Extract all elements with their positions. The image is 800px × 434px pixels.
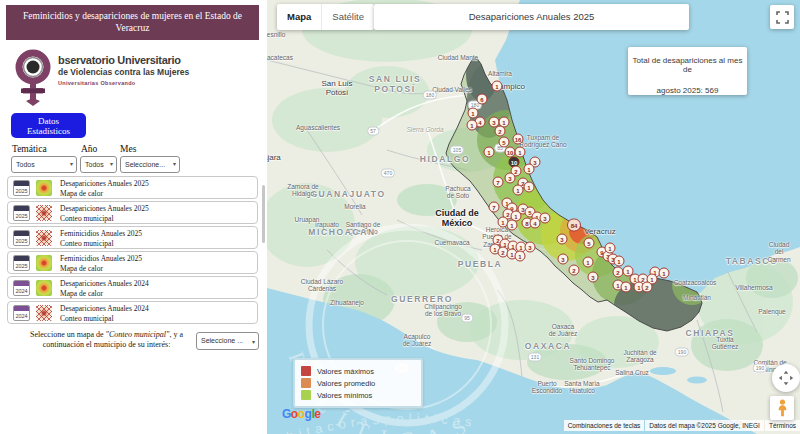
fullscreen-icon: [776, 11, 789, 24]
count-marker[interactable]: 3: [557, 234, 568, 245]
layer-year: 2024: [14, 311, 29, 321]
count-marker[interactable]: 16: [513, 134, 524, 145]
count-marker[interactable]: 2: [569, 265, 580, 276]
ano-select-value: Todos: [85, 161, 104, 168]
map-attribution: Combinaciones de teclas Datos del mapa ©…: [564, 420, 800, 431]
layer-subtitle: Conteo municipal: [60, 214, 149, 224]
chevron-down-icon: ▾: [252, 334, 255, 350]
legend-row: Valores máximos: [301, 365, 415, 377]
count-marker[interactable]: 1: [484, 147, 495, 158]
layer-subtitle: Conteo municipal: [60, 314, 149, 324]
count-marker[interactable]: 3: [540, 213, 551, 224]
map-type-map-button[interactable]: Mapa: [277, 4, 321, 30]
count-marker[interactable]: 3: [505, 173, 516, 184]
google-logo[interactable]: Google: [282, 407, 320, 421]
count-marker[interactable]: 1: [507, 220, 518, 231]
layer-text: Feminicidios Anuales 2025Mapa de calor: [60, 254, 142, 273]
count-marker[interactable]: 1: [515, 147, 526, 158]
layer-year: 2025: [14, 211, 29, 221]
note-em: "Conteo municipal": [106, 330, 170, 339]
count-marker[interactable]: 1: [659, 268, 670, 279]
map-legend: Valores máximosValores promedioValores m…: [293, 358, 423, 408]
count-marker[interactable]: 1: [583, 257, 594, 268]
legend-swatch: [301, 378, 311, 388]
ano-label: Año: [81, 144, 97, 154]
count-marker[interactable]: 1: [513, 185, 524, 196]
legend-label: Valores mínimos: [317, 391, 372, 400]
count-marker[interactable]: 1: [621, 282, 632, 293]
legend-row: Valores promedio: [301, 377, 415, 389]
count-marker[interactable]: 3: [588, 272, 599, 283]
fullscreen-button[interactable]: [770, 5, 794, 29]
calendar-icon: 2024: [13, 280, 30, 296]
map-canvas[interactable]: POLÍTICAS bitacoraspoliticas FresnilloZa…: [267, 0, 800, 434]
layer-row-1[interactable]: 2025Desapariciones Anuales 2025Mapa de c…: [7, 176, 258, 199]
calendar-icon: 2025: [13, 255, 30, 271]
count-marker[interactable]: 2: [642, 282, 653, 293]
map-type-satellite-button[interactable]: Satélite: [321, 4, 374, 30]
google-logo-letter: o: [298, 407, 305, 421]
tematica-select[interactable]: Todos ▾: [11, 156, 77, 173]
pan-control[interactable]: [772, 364, 800, 392]
total-line2: agosto 2025: 569: [628, 86, 747, 95]
calendar-icon: 2024: [13, 305, 30, 321]
keyboard-shortcuts-link[interactable]: Combinaciones de teclas: [564, 420, 645, 431]
count-marker[interactable]: 3: [525, 242, 536, 253]
count-marker[interactable]: 3: [558, 254, 569, 265]
count-marker[interactable]: 84: [567, 219, 581, 232]
count-marker[interactable]: 1: [605, 243, 616, 254]
mes-label: Mes: [120, 144, 136, 154]
total-infobox: Total de desapariciones al mes de agosto…: [628, 47, 747, 95]
heatmap-thumbnail-icon: [36, 255, 52, 271]
map-data-attribution: Datos del mapa ©2025 Google, INEGI: [645, 420, 764, 431]
count-marker[interactable]: 7: [493, 177, 504, 188]
layer-title: Desapariciones Anuales 2024: [60, 304, 149, 314]
layer-text: Desapariciones Anuales 2025Mapa de calor: [60, 179, 149, 198]
logo-line3: Universitarias Observando: [58, 80, 189, 86]
pegman-control[interactable]: [770, 396, 794, 420]
mes-select[interactable]: Seleccione... ▾: [120, 156, 180, 173]
google-logo-letter: G: [282, 407, 291, 421]
sidebar-scrollbar[interactable]: [262, 185, 265, 243]
logo-line1: bservatorio Universitario: [58, 54, 189, 66]
calendar-icon: 2025: [13, 230, 30, 246]
terms-link[interactable]: Términos: [765, 420, 800, 431]
page-title: Feminicidios y desapariciones de mujeres…: [6, 5, 259, 40]
count-marker[interactable]: 6: [477, 94, 488, 105]
layer-row-3[interactable]: 2025Feminicidios Anuales 2025Conteo muni…: [7, 226, 258, 249]
municipio-note: Seleccione un mapa de "Conteo municipal"…: [24, 330, 189, 350]
layer-subtitle: Conteo municipal: [60, 239, 142, 249]
count-marker[interactable]: 2: [495, 126, 506, 137]
female-symbol-icon: [12, 48, 56, 106]
count-marker[interactable]: 1: [524, 164, 535, 175]
calendar-icon: 2025: [13, 205, 30, 221]
layer-subtitle: Mapa de calor: [60, 264, 142, 274]
choropleth-thumbnail-icon: [36, 230, 52, 246]
layer-row-4[interactable]: 2025Feminicidios Anuales 2025Mapa de cal…: [7, 251, 258, 274]
layer-title: Desapariciones Anuales 2024: [60, 279, 149, 289]
heatmap-thumbnail-icon: [36, 280, 52, 296]
count-marker[interactable]: 7: [489, 202, 500, 213]
calendar-icon: 2025: [13, 180, 30, 196]
count-marker[interactable]: 1: [492, 81, 503, 92]
count-marker[interactable]: 1: [614, 256, 625, 267]
count-marker[interactable]: 1: [524, 182, 535, 193]
layer-row-2[interactable]: 2025Desapariciones Anuales 2025Conteo mu…: [7, 201, 258, 224]
layer-year: 2025: [14, 186, 29, 196]
count-marker[interactable]: 1: [515, 251, 526, 262]
layer-title: Feminicidios Anuales 2025: [60, 229, 142, 239]
stats-button[interactable]: Datos Estadísticos: [11, 113, 86, 138]
legend-label: Valores promedio: [317, 379, 375, 388]
mes-select-value: Seleccione...: [125, 161, 165, 168]
layer-row-5[interactable]: 2024Desapariciones Anuales 2024Mapa de c…: [7, 276, 258, 299]
count-marker[interactable]: 5: [584, 238, 595, 249]
layer-row-6[interactable]: 2024Desapariciones Anuales 2024Conteo mu…: [7, 301, 258, 324]
google-logo-letter: e: [314, 407, 320, 421]
pegman-icon: [776, 399, 789, 417]
count-marker[interactable]: 1: [467, 120, 478, 131]
tematica-select-value: Todos: [16, 161, 35, 168]
layer-text: Feminicidios Anuales 2025Conteo municipa…: [60, 229, 142, 248]
chevron-down-icon: ▾: [173, 157, 176, 172]
ano-select[interactable]: Todos ▾: [80, 156, 117, 173]
municipio-select[interactable]: Seleccione ... ▾: [196, 332, 259, 350]
